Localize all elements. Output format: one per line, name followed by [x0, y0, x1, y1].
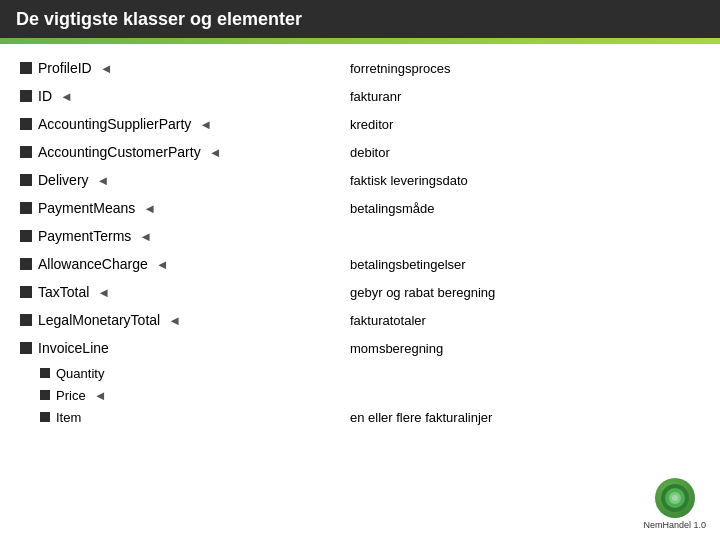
- label-payment-terms: PaymentTerms: [38, 228, 131, 244]
- desc-invoice-line: momsberegning: [350, 341, 700, 356]
- arrow-id: ◄: [60, 89, 73, 104]
- label-tax-total: TaxTotal: [38, 284, 89, 300]
- desc-id: fakturanr: [350, 89, 700, 104]
- bullet-accounting-supplier: [20, 118, 32, 130]
- arrow-accounting-supplier: ◄: [199, 117, 212, 132]
- arrow-price: ◄: [94, 388, 107, 403]
- sub-label-quantity: Quantity: [56, 366, 104, 381]
- arrow-accounting-customer: ◄: [209, 145, 222, 160]
- arrow-allowance-charge: ◄: [156, 257, 169, 272]
- arrow-profileid: ◄: [100, 61, 113, 76]
- row-allowance-charge: AllowanceCharge ◄ betalingsbetingelser: [20, 250, 700, 278]
- logo-circle: [655, 478, 695, 518]
- bullet-invoice-line: [20, 342, 32, 354]
- label-legal-monetary: LegalMonetaryTotal: [38, 312, 160, 328]
- label-profileid: ProfileID: [38, 60, 92, 76]
- desc-payment-means: betalingsmåde: [350, 201, 700, 216]
- sub-row-quantity: Quantity: [40, 362, 700, 384]
- bullet-accounting-customer: [20, 146, 32, 158]
- bullet-payment-means: [20, 202, 32, 214]
- label-delivery: Delivery: [38, 172, 89, 188]
- arrow-payment-terms: ◄: [139, 229, 152, 244]
- sub-label-price: Price: [56, 388, 86, 403]
- label-allowance-charge: AllowanceCharge: [38, 256, 148, 272]
- row-tax-total: TaxTotal ◄ gebyr og rabat beregning: [20, 278, 700, 306]
- sub-row-item: Item en eller flere fakturalinjer: [40, 406, 700, 428]
- bullet-delivery: [20, 174, 32, 186]
- bullet-tax-total: [20, 286, 32, 298]
- invoice-line-subitems: Quantity Price ◄ Item en eller flere fak…: [40, 362, 700, 428]
- sub-label-item: Item: [56, 410, 81, 425]
- label-invoice-line: InvoiceLine: [38, 340, 109, 356]
- sub-bullet-quantity: [40, 368, 50, 378]
- logo-text: NemHandel 1.0: [643, 520, 706, 530]
- arrow-delivery: ◄: [97, 173, 110, 188]
- logo-area: NemHandel 1.0: [643, 478, 706, 530]
- bullet-legal-monetary: [20, 314, 32, 326]
- svg-point-3: [672, 495, 678, 501]
- arrow-tax-total: ◄: [97, 285, 110, 300]
- sub-bullet-item: [40, 412, 50, 422]
- row-payment-terms: PaymentTerms ◄: [20, 222, 700, 250]
- label-payment-means: PaymentMeans: [38, 200, 135, 216]
- arrow-payment-means: ◄: [143, 201, 156, 216]
- desc-accounting-supplier: kreditor: [350, 117, 700, 132]
- desc-allowance-charge: betalingsbetingelser: [350, 257, 700, 272]
- row-accounting-supplier: AccountingSupplierParty ◄ kreditor: [20, 110, 700, 138]
- arrow-legal-monetary: ◄: [168, 313, 181, 328]
- row-payment-means: PaymentMeans ◄ betalingsmåde: [20, 194, 700, 222]
- desc-delivery: faktisk leveringsdato: [350, 173, 700, 188]
- desc-item: en eller flere fakturalinjer: [350, 410, 700, 425]
- desc-legal-monetary: fakturatotaler: [350, 313, 700, 328]
- header: De vigtigste klasser og elementer: [0, 0, 720, 38]
- sub-bullet-price: [40, 390, 50, 400]
- header-title: De vigtigste klasser og elementer: [16, 9, 302, 30]
- row-legal-monetary: LegalMonetaryTotal ◄ fakturatotaler: [20, 306, 700, 334]
- bullet-allowance-charge: [20, 258, 32, 270]
- bullet-id: [20, 90, 32, 102]
- row-delivery: Delivery ◄ faktisk leveringsdato: [20, 166, 700, 194]
- row-invoice-line: InvoiceLine momsberegning: [20, 334, 700, 362]
- label-accounting-supplier: AccountingSupplierParty: [38, 116, 191, 132]
- bullet-payment-terms: [20, 230, 32, 242]
- label-id: ID: [38, 88, 52, 104]
- sub-row-price: Price ◄: [40, 384, 700, 406]
- row-accounting-customer: AccountingCustomerParty ◄ debitor: [20, 138, 700, 166]
- content: ProfileID ◄ forretningsproces ID ◄ faktu…: [0, 44, 720, 438]
- bullet-profileid: [20, 62, 32, 74]
- label-accounting-customer: AccountingCustomerParty: [38, 144, 201, 160]
- desc-tax-total: gebyr og rabat beregning: [350, 285, 700, 300]
- row-id: ID ◄ fakturanr: [20, 82, 700, 110]
- desc-profileid: forretningsproces: [350, 61, 700, 76]
- desc-accounting-customer: debitor: [350, 145, 700, 160]
- row-profileid: ProfileID ◄ forretningsproces: [20, 54, 700, 82]
